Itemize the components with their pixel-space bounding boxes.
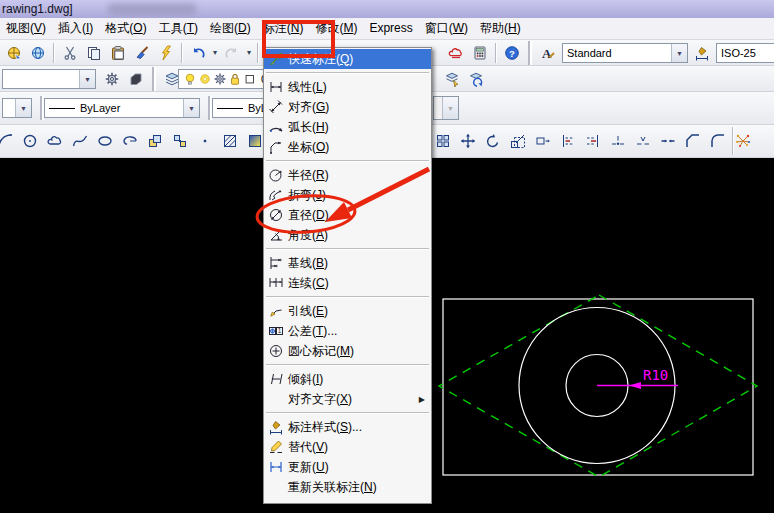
- dimension-menu-item-baseline[interactable]: 基线(B): [264, 253, 431, 273]
- paste-button[interactable]: [106, 41, 130, 65]
- menu-item-view[interactable]: 视图(V): [0, 18, 52, 39]
- make-block-icon: [172, 133, 188, 149]
- continue-dim-icon: [268, 275, 284, 291]
- menu-item-insert[interactable]: 插入(I): [52, 18, 99, 39]
- array-button[interactable]: [430, 128, 455, 154]
- ellipse-button[interactable]: [92, 128, 117, 154]
- match-properties-button[interactable]: [130, 41, 154, 65]
- redo-dropdown-arrow[interactable]: ▾: [244, 48, 254, 57]
- quick-select-button[interactable]: [154, 41, 178, 65]
- dimension-menu-item-tolerance[interactable]: 1公差(T)...: [264, 321, 431, 341]
- chamfer-button[interactable]: [680, 128, 705, 154]
- linetype-combo[interactable]: ByLayer ▼: [44, 98, 200, 118]
- undo-button[interactable]: [186, 41, 210, 65]
- dimension-menu-item-update[interactable]: 更新(U): [264, 457, 431, 477]
- publish-web-button[interactable]: [26, 41, 50, 65]
- dimension-menu-item-center-mark[interactable]: 圆心标记(M): [264, 341, 431, 361]
- arc-button[interactable]: [0, 128, 17, 154]
- workspace-combo[interactable]: ▼: [2, 69, 96, 89]
- extend-button[interactable]: [580, 128, 605, 154]
- menu-item-tools[interactable]: 工具(T): [153, 18, 204, 39]
- globe-send-icon: [6, 45, 22, 61]
- menu-item-express[interactable]: Express: [363, 18, 418, 39]
- text-style-combo[interactable]: Standard ▼: [562, 43, 688, 63]
- title-bar: rawing1.dwg]: [0, 0, 774, 18]
- chevron-down-icon[interactable]: ▼: [15, 99, 31, 117]
- menu-item-format[interactable]: 格式(O): [99, 18, 152, 39]
- dimension-menu-item-aligned[interactable]: 对齐(G): [264, 97, 431, 117]
- boundary-rectangle: [443, 299, 753, 475]
- make-block-button[interactable]: [167, 128, 192, 154]
- ellipse-icon: [97, 133, 113, 149]
- color-combo[interactable]: ▼: [2, 98, 32, 118]
- extend-icon: [585, 133, 601, 149]
- dimension-menu-item-dimension-style[interactable]: 标注样式(S)...: [264, 417, 431, 437]
- trim-button[interactable]: [555, 128, 580, 154]
- trim-icon: [560, 133, 576, 149]
- chevron-down-icon[interactable]: ▼: [79, 70, 95, 88]
- menu-item-window[interactable]: 窗口(W): [419, 18, 474, 39]
- dimension-menu-item-quick-dimension[interactable]: 快速标注(Q): [264, 49, 431, 69]
- chevron-down-icon[interactable]: ▼: [183, 99, 199, 117]
- dimension-menu-item-continue[interactable]: 连续(C): [264, 273, 431, 293]
- dimension-menu-item-arc-length[interactable]: 弧长(H): [264, 117, 431, 137]
- scale-icon: [510, 133, 526, 149]
- dimension-menu-item-override[interactable]: 替代(V): [264, 437, 431, 457]
- layer-states-button[interactable]: [124, 67, 148, 91]
- quickcalc-button[interactable]: [468, 41, 492, 65]
- rotate-button[interactable]: [480, 128, 505, 154]
- dimension-menu-item-align-text[interactable]: 对齐文字(X)▶: [264, 389, 431, 409]
- dim-style-button[interactable]: [690, 41, 714, 65]
- dimension-menu-item-reassociate[interactable]: 重新关联标注(N): [264, 477, 431, 497]
- insert-block-button[interactable]: [142, 128, 167, 154]
- redo-button[interactable]: [220, 41, 244, 65]
- layer-previous-button[interactable]: [464, 67, 488, 91]
- dimension-menu-item-jogged[interactable]: 折弯(J): [264, 185, 431, 205]
- ellipse-arc-button[interactable]: [117, 128, 142, 154]
- dimension-menu-item-angular[interactable]: 角度(A): [264, 225, 431, 245]
- swatch-icon: [243, 72, 257, 86]
- menu-item-dimension[interactable]: 标注(N): [257, 18, 310, 39]
- move-icon: [460, 133, 476, 149]
- revision-cloud-button[interactable]: [42, 128, 67, 154]
- break-at-point-button[interactable]: [605, 128, 630, 154]
- move-button[interactable]: [455, 128, 480, 154]
- etransmit-button[interactable]: [2, 41, 26, 65]
- make-object-layer-current-button[interactable]: [440, 67, 464, 91]
- point-button[interactable]: [192, 128, 217, 154]
- fillet-button[interactable]: [705, 128, 730, 154]
- dimension-menu-item-ordinate[interactable]: 坐标(O): [264, 137, 431, 157]
- help-button[interactable]: ?: [500, 41, 524, 65]
- arc-length-dim-icon: [268, 119, 284, 135]
- dimension-menu-item-linear[interactable]: 线性(L): [264, 77, 431, 97]
- gear-icon: [104, 71, 120, 87]
- join-icon: [660, 133, 676, 149]
- undo-icon: [190, 45, 206, 61]
- join-button[interactable]: [655, 128, 680, 154]
- scale-button[interactable]: [505, 128, 530, 154]
- explode-icon: [735, 133, 751, 149]
- markup-button[interactable]: [444, 41, 468, 65]
- break-button[interactable]: [630, 128, 655, 154]
- chevron-down-icon[interactable]: ▼: [671, 44, 687, 62]
- dimension-menu-item-leader[interactable]: 引线(E): [264, 301, 431, 321]
- layer-properties-manager-button[interactable]: [100, 67, 124, 91]
- text-style-button[interactable]: A: [536, 41, 560, 65]
- dimension-menu-item-diameter[interactable]: 直径(D): [264, 205, 431, 225]
- circle-button[interactable]: [17, 128, 42, 154]
- menu-item-draw[interactable]: 绘图(D): [204, 18, 257, 39]
- dim-style-combo[interactable]: ISO-25: [716, 43, 774, 63]
- menu-item-help[interactable]: 帮助(H): [474, 18, 527, 39]
- menu-separator: [264, 69, 431, 77]
- stretch-button[interactable]: [530, 128, 555, 154]
- dimension-menu-item-radius[interactable]: 半径(R): [264, 165, 431, 185]
- cut-button[interactable]: [58, 41, 82, 65]
- menu-item-modify[interactable]: 修改(M): [309, 18, 363, 39]
- undo-dropdown-arrow[interactable]: ▾: [210, 48, 220, 57]
- dimension-menu-item-oblique[interactable]: 倾斜(I): [264, 369, 431, 389]
- spline-button[interactable]: [67, 128, 92, 154]
- hatch-button[interactable]: [217, 128, 242, 154]
- chevron-down-icon: ▼: [442, 97, 458, 119]
- copy-button[interactable]: [82, 41, 106, 65]
- menu-separator: [264, 157, 431, 165]
